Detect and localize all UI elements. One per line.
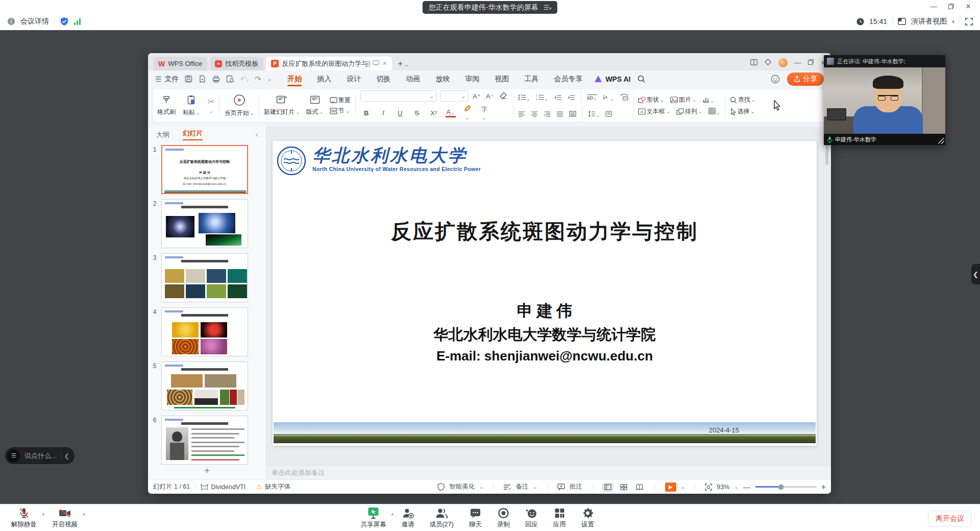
- distribute-icon[interactable]: [569, 110, 576, 118]
- reactions-button[interactable]: 回应: [525, 506, 538, 529]
- menu-item-5[interactable]: 动画: [398, 71, 428, 87]
- normal-view-button[interactable]: [602, 482, 614, 492]
- tab-list-caret[interactable]: ⌄: [405, 62, 409, 67]
- view-mode-selector[interactable]: 演讲者视图: [911, 17, 947, 26]
- slide-affiliation[interactable]: 华北水利水电大学数学与统计学院: [273, 325, 817, 345]
- slide-thumbnail-1[interactable]: 反应扩散系统斑图动力学与控制申 建 伟华北水利水电大学数学与统计学院E-mail…: [161, 145, 248, 194]
- print-icon[interactable]: [212, 76, 220, 83]
- chevron-down-icon[interactable]: ⌄: [681, 484, 685, 490]
- menu-item-8[interactable]: 视图: [487, 71, 517, 87]
- security-shield-icon[interactable]: [60, 17, 69, 26]
- menu-item-10[interactable]: 会员专享: [546, 71, 590, 87]
- strikethrough-icon[interactable]: S: [412, 109, 422, 117]
- play-from-current-button[interactable]: 当页开始⌄: [225, 94, 254, 117]
- sidebar-collapse-tab[interactable]: ❮: [971, 264, 980, 284]
- new-slide-button[interactable]: 新建幻灯片⌄: [264, 95, 300, 116]
- skin-center-icon[interactable]: [765, 59, 771, 67]
- zoom-level[interactable]: 93%: [717, 484, 729, 491]
- menu-item-6[interactable]: 放映: [428, 71, 457, 87]
- chat-quick-bubble[interactable]: ☰ 说点什么... ❮: [5, 447, 75, 464]
- chevron-down-icon[interactable]: ⌄: [479, 484, 483, 490]
- close-button[interactable]: ✕: [960, 0, 977, 12]
- section-button[interactable]: 节⌄: [330, 107, 350, 115]
- slide-thumbnail-5[interactable]: [161, 361, 248, 411]
- speaker-video-panel[interactable]: 正在讲话: 申建伟-华水数学; 申建伟-华水数学: [824, 55, 945, 145]
- share-button[interactable]: 分享: [787, 73, 824, 86]
- tab-presentation[interactable]: P 反应扩散系统的斑图动力学与控制 ✕: [266, 57, 392, 70]
- menu-item-4[interactable]: 切换: [369, 71, 398, 87]
- invite-button[interactable]: 邀请: [401, 506, 414, 529]
- menu-item-1[interactable]: 开始: [280, 71, 309, 87]
- tab-docer-templates[interactable]: ❧ 找稻壳模板: [210, 57, 263, 70]
- customer-service-icon[interactable]: [771, 75, 780, 84]
- insert-table-icon[interactable]: ⌄: [708, 108, 720, 115]
- font-family-combo[interactable]: ⌄: [360, 90, 437, 102]
- smart-beautify-button[interactable]: 智能美化: [449, 482, 475, 491]
- notes-bar[interactable]: 单击此处添加备注: [266, 465, 831, 479]
- italic-icon[interactable]: I: [378, 109, 388, 117]
- font-size-input[interactable]: [443, 92, 461, 100]
- line-spacing-icon[interactable]: ⌄: [588, 110, 600, 118]
- tab-wps-home[interactable]: W WPS Office: [153, 57, 207, 70]
- add-slide-button[interactable]: +: [148, 465, 266, 479]
- wps-minimize-icon[interactable]: —: [795, 59, 801, 66]
- new-tab-button[interactable]: +: [398, 59, 402, 68]
- print-preview-icon[interactable]: [226, 75, 234, 83]
- highlight-color-icon[interactable]: ⌄: [462, 105, 473, 121]
- slide-thumbnail-6[interactable]: [161, 416, 248, 465]
- find-button[interactable]: 查找⌄: [730, 95, 755, 104]
- chevron-down-icon[interactable]: ⌄: [734, 484, 738, 490]
- menu-item-3[interactable]: 设计: [339, 71, 369, 87]
- slide-editor[interactable]: 华北水利水电大学 North China University of Water…: [273, 141, 817, 446]
- font-color-icon[interactable]: A⌄: [446, 109, 456, 117]
- close-tab-icon[interactable]: ✕: [382, 60, 387, 67]
- unmute-button[interactable]: 解除静音 ∧: [11, 506, 37, 529]
- meeting-details-link[interactable]: 会议详情: [20, 17, 49, 26]
- apps-button[interactable]: 应用: [553, 506, 566, 529]
- slide-layout-button[interactable]: 版式⌄: [306, 95, 323, 116]
- decrease-indent-icon[interactable]: [554, 94, 562, 102]
- screen-watch-banner[interactable]: 您正在观看申建伟-华水数学的屏幕 ☰▾: [423, 1, 557, 14]
- decrease-font-icon[interactable]: A⁻: [485, 92, 495, 100]
- zoom-slider-knob[interactable]: [778, 484, 784, 490]
- character-border-icon[interactable]: ab⌄: [587, 94, 598, 101]
- menu-item-7[interactable]: 审阅: [457, 71, 487, 87]
- menu-item-2[interactable]: 插入: [309, 71, 339, 87]
- format-painter-button[interactable]: 格式刷: [157, 95, 176, 116]
- tab-slides[interactable]: 幻灯片: [183, 129, 203, 140]
- redo-icon[interactable]: ↷: [255, 75, 261, 84]
- save-icon[interactable]: [185, 75, 192, 83]
- slide-thumbnail-3[interactable]: [161, 253, 248, 302]
- missing-font-warning[interactable]: 缺失字体: [265, 482, 290, 491]
- font-size-combo[interactable]: ⌄: [440, 90, 469, 102]
- search-icon[interactable]: [638, 75, 645, 83]
- increase-font-icon[interactable]: A⁺: [472, 92, 482, 100]
- chevron-down-icon[interactable]: ▾: [952, 19, 954, 25]
- export-pdf-icon[interactable]: [199, 75, 206, 83]
- share-screen-button[interactable]: 共享屏幕∧: [360, 506, 386, 529]
- members-button[interactable]: 成员(27): [429, 506, 453, 529]
- skin-name[interactable]: DividendVTI: [211, 484, 246, 491]
- insert-shapes-button[interactable]: 形状⌄: [638, 95, 664, 104]
- resize-handle[interactable]: [938, 138, 944, 144]
- insert-textbox-button[interactable]: A文本框⌄: [638, 107, 670, 116]
- numbered-list-icon[interactable]: 12⌄: [536, 94, 548, 102]
- mic-options-caret[interactable]: ∧: [41, 512, 45, 517]
- zoom-slider[interactable]: [755, 486, 817, 488]
- paragraph-layout-icon[interactable]: [605, 110, 612, 118]
- comment-button[interactable]: 批注: [570, 482, 582, 491]
- insert-chart-icon[interactable]: ⌄: [702, 96, 714, 104]
- paste-button[interactable]: 粘贴⌄: [183, 95, 200, 117]
- fullscreen-icon[interactable]: [965, 18, 973, 26]
- undo-icon[interactable]: ↶▾: [240, 75, 249, 84]
- arrange-button[interactable]: 排列⌄: [676, 107, 702, 116]
- notes-button[interactable]: 备注: [516, 482, 528, 491]
- wps-ai-menu[interactable]: WPS AI: [594, 75, 630, 83]
- font-family-input[interactable]: [363, 92, 430, 100]
- slide-author[interactable]: 申 建 伟: [273, 300, 817, 322]
- superscript-icon[interactable]: X²: [429, 109, 439, 117]
- select-button[interactable]: 选择⌄: [730, 107, 755, 116]
- record-button[interactable]: 录制: [497, 506, 510, 529]
- leave-meeting-button[interactable]: 离开会议: [928, 511, 972, 527]
- chat-input-placeholder[interactable]: 说点什么...: [24, 451, 57, 461]
